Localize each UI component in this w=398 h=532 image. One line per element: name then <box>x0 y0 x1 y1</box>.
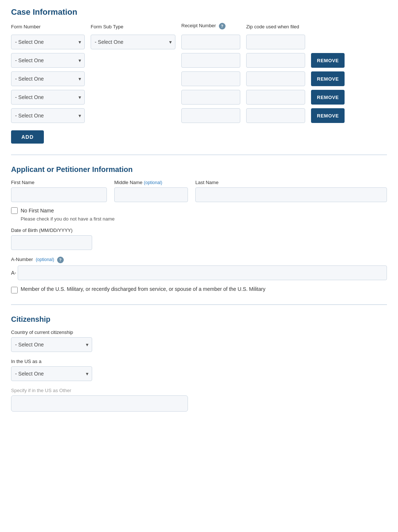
form-subtype-select-1[interactable]: - Select One <box>91 35 175 49</box>
middle-name-col: Middle Name (optional) <box>114 180 188 202</box>
in-us-as-group: In the US as a - Select One ▾ <box>11 359 387 381</box>
remove-button-2[interactable]: REMOVE <box>311 53 345 68</box>
form-subtype-select-wrapper-1: - Select One <box>91 35 175 49</box>
form-number-select-4[interactable]: - Select One <box>11 90 85 105</box>
zip-code-input-4[interactable] <box>246 90 305 105</box>
a-number-tooltip-icon[interactable]: ? <box>57 257 64 263</box>
no-first-name-row: No First Name <box>11 207 387 214</box>
no-first-name-helper: Please check if you do not have a first … <box>21 216 387 222</box>
receipt-number-input-4[interactable] <box>181 90 240 105</box>
remove-button-3[interactable]: REMOVE <box>311 71 345 86</box>
form-number-header: Form Number <box>11 24 85 29</box>
a-number-prefix: A- <box>11 270 16 276</box>
receipt-number-tooltip-icon[interactable]: ? <box>219 23 226 29</box>
case-row-1: - Select One - Select One <box>11 35 387 49</box>
form-number-select-wrapper-2: - Select One <box>11 53 85 68</box>
receipt-number-input-2[interactable] <box>181 53 240 68</box>
case-information-section: Case Information Form Number Form Sub Ty… <box>11 7 387 144</box>
last-name-col: Last Name <box>195 180 387 202</box>
citizenship-title: Citizenship <box>11 315 387 324</box>
form-number-select-wrapper-5: - Select One <box>11 108 85 123</box>
zip-code-input-1[interactable] <box>246 35 305 49</box>
middle-name-optional: (optional) <box>144 180 162 185</box>
country-citizenship-group: Country of current citizenship - Select … <box>11 330 387 352</box>
a-number-input[interactable] <box>18 265 387 280</box>
zip-code-input-5[interactable] <box>246 108 305 123</box>
form-number-select-2[interactable]: - Select One <box>11 53 85 68</box>
zip-code-header: Zip code used when filed <box>246 24 305 29</box>
specify-input[interactable] <box>11 395 188 412</box>
receipt-number-header: Receipt Number ? <box>181 23 240 29</box>
specify-label: Specify if in the US as Other <box>11 388 387 393</box>
first-name-label: First Name <box>11 180 107 185</box>
dob-label: Date of Birth (MM/DD/YYYY) <box>11 228 387 233</box>
case-information-title: Case Information <box>11 7 387 17</box>
military-label[interactable]: Member of the U.S. Military, or recently… <box>21 286 265 292</box>
citizenship-section: Citizenship Country of current citizensh… <box>11 315 387 412</box>
section-divider-1 <box>11 155 387 155</box>
a-number-optional: (optional) <box>36 257 54 262</box>
last-name-input[interactable] <box>195 187 387 202</box>
zip-code-input-2[interactable] <box>246 53 305 68</box>
name-row: First Name Middle Name (optional) Last N… <box>11 180 387 202</box>
add-button[interactable]: ADD <box>11 130 44 144</box>
section-divider-2 <box>11 304 387 305</box>
remove-button-4[interactable]: REMOVE <box>311 90 345 105</box>
specify-group: Specify if in the US as Other <box>11 388 387 412</box>
country-select-wrapper: - Select One ▾ <box>11 337 92 352</box>
zip-code-input-3[interactable] <box>246 71 305 86</box>
a-number-section: A-Number (optional) ? A- <box>11 257 387 280</box>
military-checkbox[interactable] <box>11 287 18 293</box>
form-subtype-header: Form Sub Type <box>91 24 175 29</box>
form-number-select-wrapper-1: - Select One <box>11 35 85 49</box>
country-citizenship-select[interactable]: - Select One <box>11 337 92 352</box>
no-first-name-label[interactable]: No First Name <box>21 208 54 214</box>
no-first-name-checkbox[interactable] <box>11 207 18 214</box>
middle-name-input[interactable] <box>114 187 188 202</box>
a-number-label: A-Number (optional) ? <box>11 257 387 263</box>
form-number-select-5[interactable]: - Select One <box>11 108 85 123</box>
in-us-select-wrapper: - Select One ▾ <box>11 366 92 381</box>
form-number-select-1[interactable]: - Select One <box>11 35 85 49</box>
form-number-select-3[interactable]: - Select One <box>11 71 85 86</box>
case-row-5: - Select One REMOVE <box>11 108 387 123</box>
form-number-select-wrapper-3: - Select One <box>11 71 85 86</box>
receipt-number-input-1[interactable] <box>181 35 240 49</box>
country-citizenship-label: Country of current citizenship <box>11 330 387 335</box>
a-number-input-row: A- <box>11 265 387 280</box>
applicant-section: Applicant or Petitioner Information Firs… <box>11 165 387 293</box>
dob-input[interactable] <box>11 235 92 250</box>
applicant-section-title: Applicant or Petitioner Information <box>11 165 387 174</box>
in-us-as-select[interactable]: - Select One <box>11 366 92 381</box>
military-checkbox-row: Member of the U.S. Military, or recently… <box>11 286 387 293</box>
receipt-number-input-3[interactable] <box>181 71 240 86</box>
remove-button-5[interactable]: REMOVE <box>311 108 345 123</box>
receipt-number-input-5[interactable] <box>181 108 240 123</box>
last-name-label: Last Name <box>195 180 387 185</box>
case-row-4: - Select One REMOVE <box>11 90 387 105</box>
case-row-2: - Select One REMOVE <box>11 53 387 68</box>
in-us-as-label: In the US as a <box>11 359 387 364</box>
case-table-header: Form Number Form Sub Type Receipt Number… <box>11 23 387 32</box>
dob-group: Date of Birth (MM/DD/YYYY) <box>11 228 387 250</box>
form-number-select-wrapper-4: - Select One <box>11 90 85 105</box>
first-name-input[interactable] <box>11 187 107 202</box>
case-row-3: - Select One REMOVE <box>11 71 387 86</box>
middle-name-label: Middle Name (optional) <box>114 180 188 185</box>
first-name-col: First Name <box>11 180 107 202</box>
